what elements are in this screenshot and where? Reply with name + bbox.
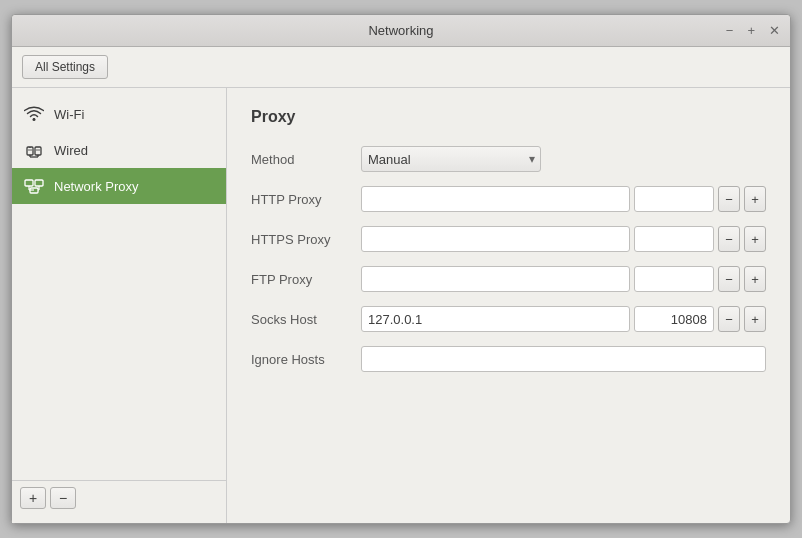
ftp-proxy-port-increment[interactable]: + xyxy=(744,266,766,292)
sidebar-item-wifi[interactable]: Wi-Fi xyxy=(12,96,226,132)
socks-host-row: Socks Host − + xyxy=(251,306,766,332)
ftp-proxy-port-decrement[interactable]: − xyxy=(718,266,740,292)
https-proxy-label: HTTPS Proxy xyxy=(251,232,351,247)
https-proxy-port-increment[interactable]: + xyxy=(744,226,766,252)
https-proxy-port-decrement[interactable]: − xyxy=(718,226,740,252)
maximize-button[interactable]: + xyxy=(745,24,757,37)
svg-rect-1 xyxy=(27,147,33,155)
content-area: Wi-Fi xyxy=(12,88,790,523)
ftp-proxy-input[interactable] xyxy=(361,266,630,292)
http-proxy-port-decrement[interactable]: − xyxy=(718,186,740,212)
socks-host-port-increment[interactable]: + xyxy=(744,306,766,332)
section-title: Proxy xyxy=(251,108,766,126)
method-row: Method None Manual Automatic xyxy=(251,146,766,172)
sidebar-item-wired[interactable]: Wired xyxy=(12,132,226,168)
toolbar: All Settings xyxy=(12,47,790,88)
http-proxy-row: HTTP Proxy − + xyxy=(251,186,766,212)
svg-point-0 xyxy=(33,118,36,121)
sidebar-item-wifi-label: Wi-Fi xyxy=(54,107,84,122)
method-select[interactable]: None Manual Automatic xyxy=(361,146,541,172)
socks-host-port-decrement[interactable]: − xyxy=(718,306,740,332)
method-select-wrapper: None Manual Automatic xyxy=(361,146,541,172)
wifi-icon xyxy=(24,104,44,124)
add-connection-button[interactable]: + xyxy=(20,487,46,509)
close-button[interactable]: ✕ xyxy=(767,24,782,37)
sidebar: Wi-Fi xyxy=(12,88,227,523)
window-controls: − + ✕ xyxy=(724,24,782,37)
ftp-proxy-port-input[interactable] xyxy=(634,266,714,292)
svg-rect-8 xyxy=(35,147,41,155)
https-proxy-fields: − + xyxy=(361,226,766,252)
ignore-hosts-row: Ignore Hosts xyxy=(251,346,766,372)
ignore-hosts-label: Ignore Hosts xyxy=(251,352,351,367)
svg-rect-12 xyxy=(35,180,43,186)
method-label: Method xyxy=(251,152,351,167)
minimize-button[interactable]: − xyxy=(724,24,736,37)
sidebar-items-list: Wi-Fi xyxy=(12,96,226,480)
http-proxy-port-increment[interactable]: + xyxy=(744,186,766,212)
sidebar-item-network-proxy-label: Network Proxy xyxy=(54,179,139,194)
http-proxy-label: HTTP Proxy xyxy=(251,192,351,207)
http-proxy-input[interactable] xyxy=(361,186,630,212)
window-title: Networking xyxy=(368,23,433,38)
svg-rect-11 xyxy=(25,180,33,186)
https-proxy-row: HTTPS Proxy − + xyxy=(251,226,766,252)
network-proxy-icon xyxy=(24,176,44,196)
https-proxy-input[interactable] xyxy=(361,226,630,252)
wired-icon xyxy=(24,140,44,160)
socks-host-label: Socks Host xyxy=(251,312,351,327)
ftp-proxy-label: FTP Proxy xyxy=(251,272,351,287)
socks-host-port-input[interactable] xyxy=(634,306,714,332)
main-panel: Proxy Method None Manual Automatic HTTP … xyxy=(227,88,790,523)
ftp-proxy-row: FTP Proxy − + xyxy=(251,266,766,292)
networking-window: Networking − + ✕ All Settings xyxy=(11,14,791,524)
ftp-proxy-fields: − + xyxy=(361,266,766,292)
remove-connection-button[interactable]: − xyxy=(50,487,76,509)
socks-host-fields: − + xyxy=(361,306,766,332)
http-proxy-fields: − + xyxy=(361,186,766,212)
ignore-hosts-input[interactable] xyxy=(361,346,766,372)
sidebar-item-network-proxy[interactable]: Network Proxy xyxy=(12,168,226,204)
titlebar: Networking − + ✕ xyxy=(12,15,790,47)
sidebar-item-wired-label: Wired xyxy=(54,143,88,158)
http-proxy-port-input[interactable] xyxy=(634,186,714,212)
socks-host-input[interactable] xyxy=(361,306,630,332)
https-proxy-port-input[interactable] xyxy=(634,226,714,252)
all-settings-button[interactable]: All Settings xyxy=(22,55,108,79)
sidebar-footer: + − xyxy=(12,480,226,515)
